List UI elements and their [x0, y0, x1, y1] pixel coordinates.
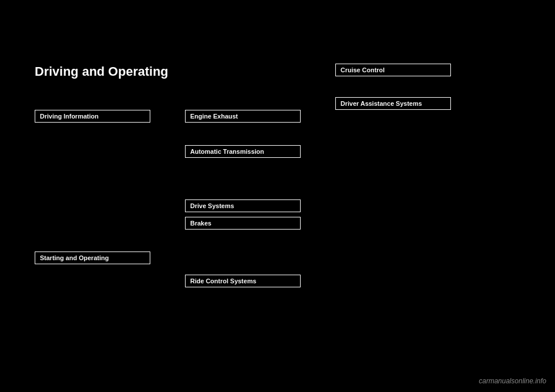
ride-control-link[interactable]: Ride Control Systems: [185, 275, 301, 287]
driver-assistance-link[interactable]: Driver Assistance Systems: [335, 97, 451, 110]
watermark: carmanualsonline.info: [479, 377, 546, 385]
section-title-driving: Driving and Operating: [35, 64, 168, 92]
cruise-control-item[interactable]: Cruise Control: [335, 64, 451, 80]
engine-exhaust-link[interactable]: Engine Exhaust: [185, 110, 301, 123]
column-1: Driving and Operating Driving Informatio…: [35, 35, 185, 357]
engine-exhaust-item[interactable]: Engine Exhaust: [185, 110, 301, 126]
starting-operating-link[interactable]: Starting and Operating: [35, 252, 150, 264]
starting-operating-item[interactable]: Starting and Operating: [35, 252, 150, 268]
automatic-transmission-item[interactable]: Automatic Transmission: [185, 145, 301, 161]
driver-assistance-item[interactable]: Driver Assistance Systems: [335, 97, 451, 113]
brakes-item[interactable]: Brakes: [185, 217, 301, 233]
brakes-link[interactable]: Brakes: [185, 217, 301, 230]
column-3: Cruise Control Driver Assistance Systems: [335, 35, 486, 357]
cruise-control-link[interactable]: Cruise Control: [335, 64, 451, 76]
drive-systems-item[interactable]: Drive Systems: [185, 199, 301, 216]
column-2: Engine Exhaust Automatic Transmission Dr…: [185, 35, 335, 357]
content-area: Driving and Operating Driving Informatio…: [35, 35, 520, 357]
drive-systems-link[interactable]: Drive Systems: [185, 199, 301, 212]
driving-operating-title: Driving and Operating: [35, 64, 168, 80]
driving-information-item[interactable]: Driving Information: [35, 110, 150, 126]
ride-control-item[interactable]: Ride Control Systems: [185, 275, 301, 291]
automatic-transmission-link[interactable]: Automatic Transmission: [185, 145, 301, 158]
driving-information-link[interactable]: Driving Information: [35, 110, 150, 123]
page: Driving and Operating Driving Informatio…: [0, 0, 555, 392]
